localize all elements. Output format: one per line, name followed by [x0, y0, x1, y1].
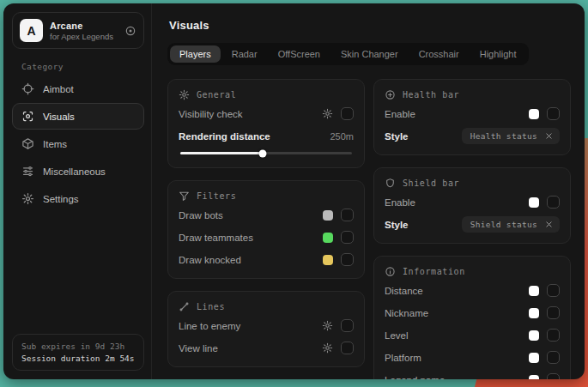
- slider-fill: [180, 152, 263, 154]
- tab-players[interactable]: Players: [170, 45, 221, 63]
- checkbox-legend-name[interactable]: [547, 373, 560, 379]
- setting-row-platform: Platform: [385, 348, 560, 366]
- panel-health-bar: Health barEnableStyleHealth status: [373, 79, 571, 155]
- setting-label: Platform: [385, 353, 522, 363]
- checkbox-line-to-enemy[interactable]: [341, 319, 354, 332]
- line-icon: [179, 301, 190, 312]
- checkbox-visibility-check[interactable]: [341, 107, 354, 120]
- info-icon: [385, 266, 396, 277]
- checkbox-draw-bots[interactable]: [341, 209, 354, 221]
- style-select[interactable]: Health status: [462, 128, 560, 144]
- setting-label: Draw knocked: [179, 255, 316, 265]
- panel-title: Shield bar: [403, 178, 459, 188]
- tab-skin-changer[interactable]: Skin Changer: [331, 45, 408, 63]
- style-select[interactable]: Shield status: [462, 216, 560, 233]
- checkbox-distance[interactable]: [547, 284, 560, 297]
- cube-icon: [21, 137, 34, 150]
- panels-column-right: Health barEnableStyleHealth statusShield…: [373, 79, 571, 379]
- checkbox-view-line[interactable]: [341, 342, 354, 354]
- gear-icon[interactable]: [322, 108, 333, 119]
- setting-label: Style: [385, 220, 455, 230]
- color-swatch[interactable]: [529, 197, 539, 208]
- color-swatch[interactable]: [323, 255, 333, 265]
- setting-row-visibility-check: Visibility check: [179, 105, 354, 123]
- checkbox-nickname[interactable]: [547, 306, 560, 319]
- color-swatch[interactable]: [529, 330, 539, 341]
- setting-row-view-line: View line: [179, 339, 354, 357]
- setting-row-enable: Enable: [385, 193, 560, 211]
- tab-highlight[interactable]: Highlight: [470, 45, 526, 63]
- setting-row-enable: Enable: [385, 105, 560, 123]
- sidebar-item-aimbot[interactable]: Aimbot: [12, 76, 144, 102]
- panel-header: General: [179, 89, 354, 100]
- panel-title: Lines: [197, 302, 225, 311]
- gear-icon: [21, 192, 34, 205]
- slider-rendering-distance[interactable]: [180, 152, 352, 154]
- close-icon[interactable]: [545, 132, 553, 140]
- setting-label: View line: [179, 343, 315, 354]
- panel-title: Health bar: [403, 90, 459, 100]
- category-label: Category: [21, 62, 144, 71]
- checkbox-platform[interactable]: [547, 351, 560, 364]
- color-swatch[interactable]: [323, 233, 333, 243]
- checkbox-enable[interactable]: [547, 107, 560, 120]
- panel-header: Lines: [179, 301, 354, 312]
- setting-label: Legend name: [385, 375, 522, 380]
- setting-label: Draw teammates: [179, 233, 316, 243]
- app-identity-card: A Arcane for Apex Legends: [12, 12, 144, 49]
- row-controls: [322, 319, 354, 332]
- tab-offscreen[interactable]: OffScreen: [269, 45, 330, 63]
- gear-icon: [179, 89, 190, 100]
- sidebar-item-settings[interactable]: Settings: [12, 185, 144, 212]
- health-icon: [385, 89, 396, 100]
- sidebar-item-label: Visuals: [43, 112, 75, 122]
- panels-column-left: GeneralVisibility checkRendering distanc…: [167, 79, 365, 379]
- app-subtitle: for Apex Legends: [50, 32, 113, 41]
- sidebar-item-visuals[interactable]: Visuals: [12, 103, 144, 130]
- checkbox-level[interactable]: [547, 329, 560, 342]
- setting-row-nickname: Nickname: [385, 304, 560, 322]
- panel-title: Information: [403, 267, 465, 276]
- color-swatch[interactable]: [529, 353, 539, 363]
- color-swatch[interactable]: [529, 375, 539, 380]
- color-swatch[interactable]: [323, 210, 333, 221]
- setting-label: Rendering distance: [179, 131, 330, 142]
- checkbox-draw-knocked[interactable]: [341, 253, 354, 266]
- sidebar-item-items[interactable]: Items: [12, 130, 144, 157]
- tab-radar[interactable]: Radar: [222, 45, 267, 63]
- setting-label: Line to enemy: [179, 321, 315, 331]
- sidebar-item-label: Items: [43, 139, 67, 149]
- gear-icon[interactable]: [322, 342, 333, 354]
- setting-row-distance: Distance: [385, 281, 560, 299]
- close-icon[interactable]: [545, 221, 553, 228]
- panel-header: Health bar: [385, 89, 560, 100]
- color-swatch[interactable]: [529, 109, 539, 119]
- row-controls: [529, 196, 560, 209]
- row-controls: [323, 209, 354, 221]
- target-icon[interactable]: [124, 25, 136, 37]
- eye-scan-icon: [21, 110, 34, 123]
- setting-row-rendering-distance: Rendering distance250m: [179, 127, 354, 145]
- setting-label: Style: [385, 131, 455, 142]
- color-swatch[interactable]: [529, 308, 539, 318]
- slider-thumb[interactable]: [259, 149, 267, 157]
- main-content: Visuals PlayersRadarOffScreenSkin Change…: [152, 3, 585, 379]
- tab-crosshair[interactable]: Crosshair: [409, 45, 469, 63]
- setting-label: Enable: [385, 197, 522, 208]
- funnel-icon: [179, 190, 190, 202]
- crosshair-icon: [21, 82, 34, 95]
- row-controls: [322, 342, 354, 354]
- row-controls: [322, 107, 354, 120]
- gear-icon[interactable]: [322, 320, 333, 331]
- setting-label: Enable: [385, 109, 522, 119]
- sub-expires-text: Sub expires in 9d 23h: [21, 342, 135, 351]
- checkbox-draw-teammates[interactable]: [341, 231, 354, 244]
- setting-label: Visibility check: [179, 109, 315, 119]
- color-swatch[interactable]: [529, 286, 539, 296]
- checkbox-enable[interactable]: [547, 196, 560, 209]
- app-name: Arcane: [50, 21, 113, 31]
- sidebar-item-miscellaneous[interactable]: Miscellaneous: [12, 158, 144, 184]
- panel-information: InformationDistanceNicknameLevelPlatform…: [373, 256, 571, 379]
- panels-container: GeneralVisibility checkRendering distanc…: [167, 79, 571, 379]
- panel-lines: LinesLine to enemyView line: [167, 291, 365, 367]
